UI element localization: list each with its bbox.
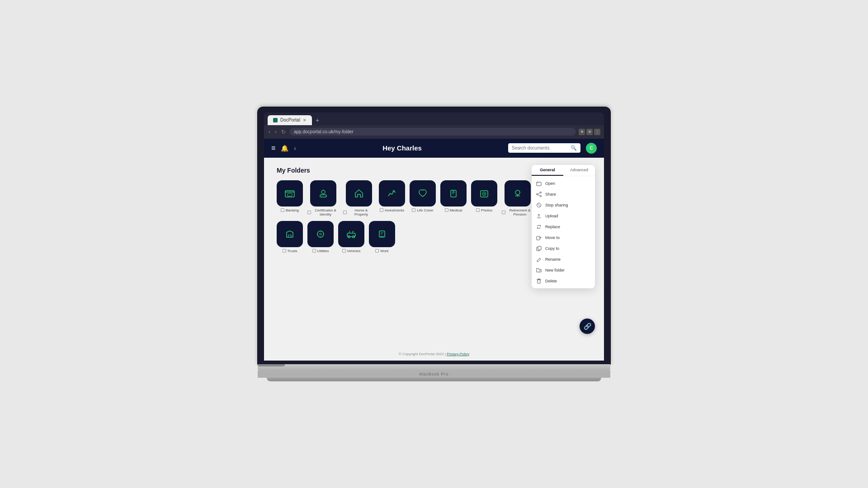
list-item[interactable]: Life Cover — [410, 180, 436, 216]
folder-icon-box — [338, 221, 364, 247]
new-tab-button[interactable]: + — [314, 117, 321, 124]
svg-line-25 — [538, 204, 540, 206]
svg-line-22 — [538, 192, 540, 193]
folder-icon-box — [307, 221, 334, 247]
back-nav-icon[interactable]: ‹ — [294, 145, 296, 152]
list-item[interactable]: Photos — [471, 180, 497, 216]
folder-label-row: Retirement & Pension — [502, 208, 533, 216]
tab-general[interactable]: General — [532, 165, 563, 176]
folder-checkbox[interactable] — [312, 249, 316, 253]
svg-point-9 — [484, 193, 485, 194]
folder-checkbox[interactable] — [380, 208, 383, 212]
ctx-upload[interactable]: Upload — [532, 211, 595, 221]
folder-checkbox[interactable] — [342, 249, 346, 253]
folder-checkbox[interactable] — [445, 208, 448, 212]
folder-name: Investments — [385, 208, 404, 212]
folder-checkbox[interactable] — [502, 211, 505, 214]
privacy-policy-link[interactable]: Privacy Policy — [447, 352, 469, 356]
ctx-open[interactable]: Open — [532, 178, 595, 189]
ctx-stop-sharing[interactable]: Stop sharing — [532, 200, 595, 211]
replace-icon — [536, 224, 542, 230]
forward-button[interactable]: › — [274, 129, 278, 135]
ctx-stop-sharing-label: Stop sharing — [545, 203, 568, 207]
folder-icon-box — [471, 180, 497, 206]
macbook-label: MacBook Pro — [258, 371, 610, 378]
ctx-delete[interactable]: Delete — [532, 276, 595, 286]
svg-rect-28 — [538, 246, 541, 250]
folder-name: Certificates & Identity — [312, 208, 339, 216]
nav-bar: ‹ › ↻ app.docportal.co.uk/my-folder ★ ⊕ … — [264, 125, 604, 139]
ctx-upload-label: Upload — [545, 214, 558, 218]
list-item[interactable]: Certificates & Identity — [307, 180, 339, 216]
folder-icon-box — [440, 180, 467, 206]
list-item[interactable]: Work — [369, 221, 395, 253]
address-bar[interactable]: app.docportal.co.uk/my-folder — [289, 128, 576, 136]
folder-checkbox[interactable] — [281, 208, 284, 212]
app-header: ≡ 🔔 ‹ Hey Charles 🔍 C — [264, 139, 604, 158]
folder-checkbox[interactable] — [412, 208, 415, 212]
folder-checkbox[interactable] — [375, 249, 379, 253]
folder-name: Vehicles — [347, 249, 361, 253]
browser-tab[interactable]: DocPortal ✕ — [268, 115, 312, 125]
menu-icon[interactable]: ⋮ — [594, 129, 600, 135]
ctx-share[interactable]: Share — [532, 189, 595, 200]
list-item[interactable]: Retirement & Pension — [502, 180, 533, 216]
link-fab-button[interactable]: 🔗 — [580, 319, 595, 334]
svg-point-13 — [320, 233, 321, 235]
folder-icon-box — [310, 180, 336, 206]
app-footer: © Copyright DocPortal 2022 | Privacy Pol… — [264, 347, 604, 361]
list-item[interactable]: Investments — [379, 180, 405, 216]
tab-close-button[interactable]: ✕ — [303, 118, 307, 122]
folder-checkbox[interactable] — [283, 249, 286, 253]
list-item[interactable]: Banking — [277, 180, 303, 216]
back-button[interactable]: ‹ — [268, 129, 271, 135]
extension-icon[interactable]: ⊕ — [586, 129, 593, 135]
ctx-move-to[interactable]: Move to — [532, 232, 595, 243]
folder-icon-box — [505, 180, 531, 206]
list-item[interactable]: Home & Property — [343, 180, 374, 216]
search-bar[interactable]: 🔍 — [508, 143, 580, 153]
tab-advanced[interactable]: Advanced — [563, 165, 595, 176]
ctx-new-folder-label: New folder — [545, 268, 565, 272]
svg-point-10 — [515, 190, 520, 195]
move-icon — [536, 235, 542, 240]
list-item[interactable]: Utilities — [307, 221, 334, 253]
ctx-new-folder[interactable]: New folder — [532, 265, 595, 276]
open-icon — [536, 181, 542, 186]
ctx-copy-to[interactable]: Copy to — [532, 243, 595, 254]
search-icon[interactable]: 🔍 — [571, 145, 577, 151]
main-content: My Folders ⊞ ≡ — [264, 158, 604, 347]
reload-button[interactable]: ↻ — [280, 129, 287, 135]
svg-rect-14 — [347, 233, 355, 237]
folder-name: Life Cover — [417, 208, 433, 212]
svg-point-20 — [540, 195, 542, 197]
folder-label-row: Certificates & Identity — [307, 208, 339, 216]
folder-icon-box — [277, 221, 303, 247]
bell-icon[interactable]: 🔔 — [281, 145, 288, 152]
svg-rect-3 — [320, 195, 326, 197]
hamburger-icon[interactable]: ≡ — [271, 144, 275, 152]
search-input[interactable] — [512, 145, 568, 150]
svg-point-12 — [317, 231, 324, 237]
folder-name: Utilities — [317, 249, 329, 253]
ctx-rename[interactable]: Rename — [532, 254, 595, 265]
folder-label-row: Work — [375, 249, 389, 253]
ctx-open-label: Open — [545, 181, 555, 186]
new-folder-icon — [536, 267, 542, 273]
context-menu-items: Open — [532, 176, 595, 288]
svg-line-23 — [538, 194, 540, 195]
folder-label-row: Medical — [445, 208, 462, 212]
folder-checkbox[interactable] — [307, 211, 311, 214]
folder-checkbox[interactable] — [476, 208, 480, 212]
bookmark-icon[interactable]: ★ — [579, 129, 585, 135]
list-item[interactable]: Vehicles — [338, 221, 364, 253]
section-title: My Folders — [277, 167, 310, 174]
tab-label: DocPortal — [280, 117, 300, 122]
ctx-replace[interactable]: Replace — [532, 221, 595, 232]
list-item[interactable]: Medical — [440, 180, 467, 216]
folder-checkbox[interactable] — [343, 211, 347, 214]
svg-point-19 — [540, 192, 542, 193]
folder-label-row: Trusts — [283, 249, 297, 253]
svg-rect-26 — [537, 236, 540, 240]
list-item[interactable]: Trusts — [277, 221, 303, 253]
